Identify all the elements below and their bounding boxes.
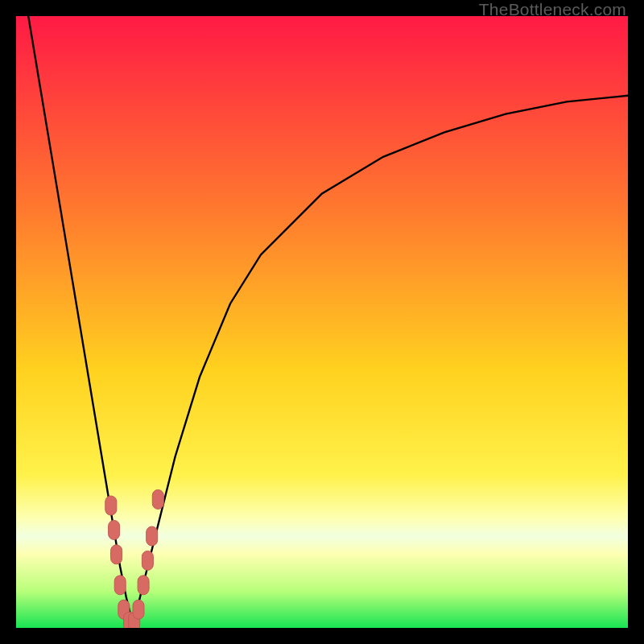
data-marker [109, 520, 120, 539]
data-marker [105, 496, 117, 515]
curve-right-branch [132, 96, 628, 622]
data-marker [142, 551, 153, 570]
data-marker [152, 489, 163, 509]
data-marker [147, 526, 158, 546]
marker-cluster [105, 489, 164, 628]
chart-frame: TheBottleneck.com [0, 0, 644, 644]
data-marker [138, 576, 149, 595]
data-marker [111, 545, 122, 564]
curve-layer [16, 16, 628, 628]
plot-area [16, 16, 628, 628]
watermark-text: TheBottleneck.com [479, 0, 626, 19]
data-marker [133, 600, 144, 619]
data-marker [114, 576, 126, 595]
